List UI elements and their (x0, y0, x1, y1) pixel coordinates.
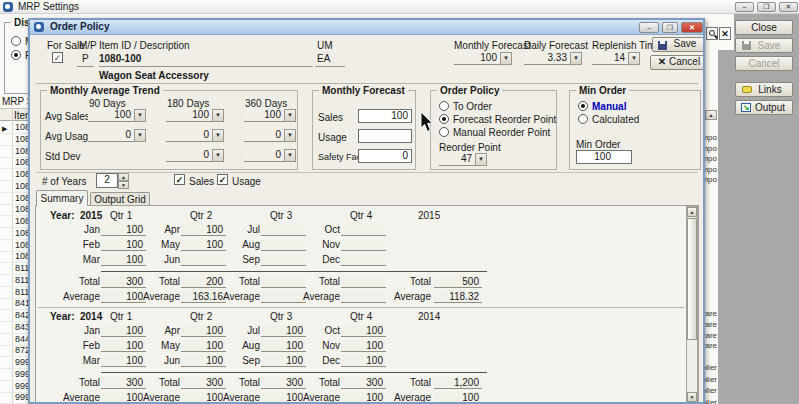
total-label: Total (220, 377, 260, 389)
mouse-cursor-icon (420, 112, 435, 134)
avg-usage-90-dropdown[interactable]: 0▼ (88, 129, 146, 142)
p-item-radio[interactable] (11, 50, 21, 60)
mp-value: P (82, 53, 89, 64)
to-order-radio[interactable] (439, 101, 449, 111)
year-value: 2014 (80, 311, 102, 323)
scroll-up-icon[interactable]: ▲ (705, 110, 717, 120)
dialog-close-icon[interactable]: ✕ (681, 22, 703, 33)
scroll-up-icon[interactable]: ▲ (687, 207, 697, 217)
tab-summary[interactable]: Summary (36, 190, 88, 206)
daily-forecast-dropdown[interactable]: 3.33 ▼ (524, 52, 582, 65)
minimize-icon[interactable]: – (735, 2, 754, 12)
manual-reorder-point-radio[interactable] (439, 127, 449, 137)
avg-sales-90-dropdown[interactable]: 100▼ (88, 109, 146, 122)
forecast-reorder-point-label: Forecast Reorder Point (453, 114, 556, 125)
monthly-forecast-dropdown[interactable]: 100 ▼ (454, 52, 512, 65)
chevron-down-icon[interactable]: ▼ (475, 153, 487, 166)
dialog-maximize-icon[interactable]: ❐ (662, 22, 678, 33)
chevron-down-icon[interactable]: ▼ (212, 109, 224, 122)
manual-radio[interactable] (578, 101, 588, 111)
quarter-header: Qtr 4 (350, 311, 372, 323)
num-years-label: # of Years (42, 176, 86, 187)
total-label: Total (300, 276, 340, 288)
safety-factor-input[interactable]: 0 (358, 149, 412, 163)
totals-separator (101, 271, 487, 272)
std-dev-360-dropdown[interactable]: 0▼ (244, 149, 296, 162)
chevron-down-icon[interactable]: ▼ (284, 109, 296, 122)
trend-group-title: Monthly Average Trend (47, 85, 163, 96)
average-label: Average (140, 291, 180, 303)
calculated-radio[interactable] (578, 114, 588, 124)
chevron-down-icon[interactable]: ▼ (134, 129, 146, 142)
sidebar-links-button[interactable]: Links (735, 82, 793, 97)
row-marker-arrow-icon: ▶ (2, 123, 7, 134)
search-icon[interactable] (706, 27, 718, 40)
grid-text-fragment: Compo (704, 154, 717, 163)
chevron-down-icon[interactable]: ▼ (212, 149, 224, 162)
for-sale-checkbox[interactable]: ✓ (52, 52, 63, 63)
std-dev-180-dropdown[interactable]: 0▼ (166, 149, 224, 162)
scroll-down-icon[interactable]: ▼ (687, 392, 697, 402)
mp-underline (77, 66, 94, 67)
sales-input[interactable]: 100 (358, 109, 412, 123)
scrollbar-thumb[interactable] (687, 218, 697, 340)
month-value-field[interactable] (341, 224, 386, 236)
summary-scrollbar[interactable]: ▲ ▼ (686, 206, 698, 403)
chevron-down-icon[interactable]: ▼ (284, 129, 296, 142)
chevron-down-icon[interactable]: ▼ (500, 52, 512, 65)
avg-usage-180-dropdown[interactable]: 0▼ (166, 129, 224, 142)
monthly-average-trend-group: Monthly Average Trend 90 Days 180 Days 3… (40, 90, 298, 170)
grid-text-fragment: Compo (704, 144, 717, 153)
order-policy-dialog: Order Policy – ❐ ✕ For Sale ✓ M/P P Item… (28, 18, 705, 404)
month-value-field[interactable] (341, 239, 386, 251)
year-average-label: Average (391, 291, 431, 303)
restore-icon[interactable]: ❐ (757, 2, 776, 12)
reorder-point-dropdown[interactable]: 47▼ (439, 153, 487, 166)
chevron-down-icon[interactable]: ▼ (134, 109, 146, 122)
month-label: Mar (60, 355, 100, 367)
month-value-field[interactable] (341, 254, 386, 266)
chevron-down-icon[interactable]: ▼ (570, 52, 582, 65)
sales-checkbox-label: Sales (189, 176, 214, 187)
spinner-down-icon[interactable]: ▼ (118, 181, 129, 189)
close-icon[interactable]: ✕ (779, 2, 798, 12)
spinner-up-icon[interactable]: ▲ (118, 173, 129, 181)
month-value-field[interactable]: 100 (341, 325, 386, 337)
cancel-button[interactable]: ✕ Cancel (650, 55, 705, 70)
chevron-down-icon[interactable]: ▼ (628, 52, 640, 65)
avg-sales-360-dropdown[interactable]: 100▼ (244, 109, 296, 122)
chevron-down-icon[interactable]: ▼ (212, 129, 224, 142)
tab-output-grid[interactable]: Output Grid (90, 192, 150, 206)
month-value-field[interactable]: 100 (341, 340, 386, 352)
forecast-reorder-point-radio[interactable] (439, 114, 449, 124)
m-item-radio[interactable] (11, 36, 21, 46)
replenish-time-dropdown[interactable]: 14 ▼ (592, 52, 640, 65)
chevron-down-icon[interactable]: ▼ (284, 149, 296, 162)
dialog-minimize-icon[interactable]: – (639, 22, 659, 33)
delete-icon[interactable]: ✕ (719, 27, 731, 40)
total-label: Total (300, 377, 340, 389)
avg-sales-180-dropdown[interactable]: 100▼ (166, 109, 224, 122)
daily-forecast-label: Daily Forecast (524, 40, 588, 51)
sales-checkbox[interactable]: ✓ (174, 174, 185, 185)
year-block-divider (38, 307, 684, 308)
min-order-label: Min Order (576, 139, 620, 150)
cancel-x-icon: ✕ (658, 56, 666, 67)
save-button[interactable]: Save (652, 37, 705, 52)
links-icon (742, 86, 752, 93)
quarter-header: Qtr 3 (270, 210, 292, 222)
usage-input[interactable] (358, 129, 412, 143)
mp-label: M/P (79, 40, 97, 51)
num-years-input[interactable]: 2 (96, 173, 118, 188)
quarter-header: Qtr 2 (190, 311, 212, 323)
avg-usage-360-dropdown[interactable]: 0▼ (244, 129, 296, 142)
sidebar-close-button[interactable]: Close (735, 20, 793, 35)
month-value-field[interactable]: 100 (341, 355, 386, 367)
sidebar-cancel-button[interactable]: Cancel (735, 56, 793, 71)
dialog-titlebar[interactable]: Order Policy – ❐ ✕ (30, 20, 703, 35)
output-icon: ↘ (741, 103, 751, 112)
sidebar-output-button[interactable]: ↘ Output (735, 100, 793, 115)
usage-checkbox[interactable]: ✓ (217, 174, 228, 185)
sidebar-save-button[interactable]: Save (735, 38, 793, 53)
min-order-input[interactable]: 100 (576, 150, 632, 164)
